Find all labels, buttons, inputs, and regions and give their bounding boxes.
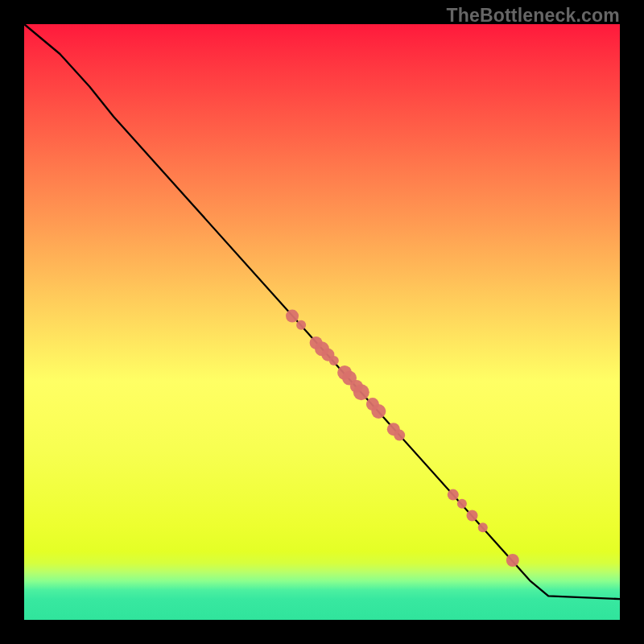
chart-point [286, 310, 299, 323]
chart-overlay [24, 24, 620, 620]
chart-point [353, 384, 369, 400]
chart-point [506, 554, 519, 567]
chart-points-group [286, 310, 519, 567]
chart-point [394, 430, 405, 441]
chart-point [467, 510, 478, 522]
chart-point [457, 499, 467, 509]
chart-point [478, 522, 488, 532]
chart-stage: TheBottleneck.com [0, 0, 644, 644]
chart-point [329, 356, 339, 365]
watermark-label: TheBottleneck.com [446, 5, 620, 27]
chart-curve [24, 24, 620, 599]
chart-point [448, 489, 459, 501]
chart-point [296, 320, 306, 330]
chart-point [371, 404, 386, 419]
